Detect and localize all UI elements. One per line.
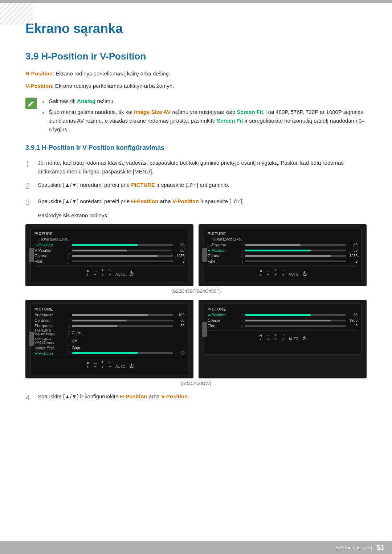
subsection-title: 3.9.1 H-Position ir V-Position konfigūra… — [25, 144, 367, 152]
note-icon — [25, 98, 37, 109]
note-item-2: ● Šiuo meniu galima naudotis, tik kai Im… — [42, 108, 367, 134]
coarse-row-1: Coarse : 1936 — [34, 254, 184, 258]
vpos-desc: V-Position: Ekrano rodinys perkeliamas a… — [25, 82, 367, 90]
hpos-label: H-Position — [25, 70, 53, 77]
monitor-top-left: PICTURE HDMI Black Level H-Position : 50… — [25, 224, 193, 286]
monitor-top-right: PICTURE HDMI Black Level H-Position : 50… — [199, 224, 367, 286]
monitor-screen-bottom-right: PICTURE V-Position : 50 Coarse : 1936 — [204, 304, 362, 355]
step-text-3: Spauskite [▲/▼] norėdami pereiti prie H-… — [38, 196, 367, 206]
ctrl-plus-1: ＋▼ — [101, 267, 105, 276]
ctrl-minus-1: —▼ — [93, 268, 97, 276]
side-panel-right-1 — [202, 248, 207, 262]
diagonal-pattern — [0, 3, 33, 25]
step-num-4: 4 — [25, 391, 33, 404]
bottom-screenshots-row: PICTURE Brightness : 100 Contrast : 75 — [25, 300, 367, 378]
magic-bright-row: SAMSUNGMAGIC Bright : Custom — [34, 329, 184, 336]
ctrl-plus-2: ＋▼ — [274, 267, 278, 276]
ctrl-enter-2: ☞▼ — [281, 268, 285, 276]
note-box: ● Galimas tik Analog režimu. ● Šiuo meni… — [25, 97, 367, 136]
step-text-2: Spauskite [▲/▼] norėdami pereiti prie PI… — [38, 180, 367, 189]
step-num-1: 1 — [25, 157, 33, 170]
monitor-screen-top-right: PICTURE HDMI Black Level H-Position : 50… — [204, 229, 362, 281]
footer-bar: 3 Ekrano sąranka 51 — [0, 541, 392, 554]
section-title: 3.9 H-Position ir V-Position — [25, 51, 367, 62]
side-panel-left-2 — [29, 332, 34, 346]
footer-page-num: 51 — [377, 543, 385, 552]
hpos-row-2: H-Position : 50 — [208, 243, 358, 247]
monitor-title-top-right: PICTURE — [208, 232, 358, 236]
step-2: 2 Spauskite [▲/▼] norėdami pereiti prie … — [25, 180, 367, 192]
step-3: 3 Spauskite [▲/▼] norėdami pereiti prie … — [25, 196, 367, 209]
section-heading: H-Position ir V-Position — [41, 51, 146, 62]
pasirodys-text: Pasirodys šis ekrano rodinys: — [38, 212, 367, 218]
monitor-screen-top-left: PICTURE HDMI Black Level H-Position : 50… — [30, 229, 188, 281]
pencil-icon — [27, 99, 35, 107]
bullet-2: ● — [42, 110, 46, 116]
fine-row-1: Fine : 0 — [34, 259, 184, 263]
note2-text: Šiuo meniu galima naudotis, tik kai Imag… — [49, 108, 367, 134]
image-size-row: Image Size : Wide — [34, 346, 184, 350]
monitor-title-bottom-right: PICTURE — [208, 307, 358, 311]
step-1: 1 Jei norite, kad būtų rodomas klavišų v… — [25, 157, 367, 176]
ctrl-enter-4: ☞▼ — [281, 333, 285, 341]
contrast-row: Contrast : 75 — [34, 318, 184, 323]
side-panel-left-1 — [29, 248, 34, 262]
note-content: ● Galimas tik Analog režimu. ● Šiuo meni… — [42, 97, 367, 136]
step-num-2: 2 — [25, 180, 33, 192]
ctrl-power-2: ⏻ — [302, 271, 307, 276]
monitor-title-top-left: PICTURE — [34, 232, 184, 236]
bottom-controls-1: ◄▼ —▼ ＋▼ ☞▼ AUTO ⏻ — [34, 266, 184, 278]
ctrl-plus-3: ＋▼ — [101, 360, 105, 369]
monitor-title-bottom-left: PICTURE — [34, 307, 184, 311]
ctrl-minus-4: —▼ — [266, 333, 270, 341]
vpos-text: : Ekrano rodinys perkeliamas aukštyn arb… — [52, 83, 174, 89]
hdmi-label-1: HDMI Black Level — [40, 237, 184, 241]
bullet-1: ● — [42, 99, 46, 105]
step-text-4: Spauskite [▲/▼] ir konfigūruokite H-Posi… — [38, 391, 367, 401]
brightness-row: Brightness : 100 — [34, 313, 184, 317]
monitor-bottom-left: PICTURE Brightness : 100 Contrast : 75 — [25, 300, 193, 378]
ctrl-auto-2: AUTO — [289, 272, 299, 276]
ctrl-auto-4: AUTO — [289, 337, 299, 341]
page-title: Ekrano sąranka — [25, 17, 367, 36]
step-4: 4 Spauskite [▲/▼] ir konfigūruokite H-Po… — [25, 391, 367, 404]
hdmi-label-2: HDMI Black Level — [213, 237, 358, 241]
note1-text: Galimas tik Analog režimu. — [49, 97, 115, 106]
caption-top: (S22C450F/S24C450F) — [25, 288, 367, 294]
monitor-screen-bottom-left: PICTURE Brightness : 100 Contrast : 75 — [30, 304, 188, 373]
coarse-row-2: Coarse : 1936 — [208, 254, 358, 258]
steps-list: 1 Jei norite, kad būtų rodomas klavišų v… — [25, 157, 367, 209]
ctrl-auto-1: AUTO — [115, 272, 126, 276]
ctrl-enter-3: ☞▼ — [108, 360, 112, 369]
hpos-text: : Ekrano rodinys perkeliamas į kairę arb… — [53, 70, 170, 77]
footer-section-text: 3 Ekrano sąranka — [335, 545, 372, 550]
note-item-1: ● Galimas tik Analog režimu. — [42, 97, 367, 106]
fine-row-2: Fine : 0 — [208, 259, 358, 263]
step-num-3: 3 — [25, 196, 33, 209]
coarse-row-bottom: Coarse : 1936 — [208, 318, 358, 323]
ctrl-minus-2: —▼ — [266, 268, 270, 276]
sharpness-row: Sharpness : 60 — [34, 324, 184, 328]
ctrl-back-2: ◄▼ — [258, 268, 262, 276]
vpos-row-2: V-Position : 50 — [208, 248, 358, 253]
vpos-row-bottom-right: V-Position : 50 — [208, 313, 358, 317]
section-number: 3.9 — [25, 51, 38, 62]
ctrl-back-1: ◄▼ — [85, 268, 89, 276]
vpos-row-1: V-Position : 50 — [34, 248, 184, 253]
ctrl-plus-4: ＋▼ — [274, 332, 278, 341]
caption-bottom: (S22C450DW) — [25, 381, 367, 386]
bottom-controls-4: ◄▼ —▼ ＋▼ ☞▼ AUTO ⏻ — [208, 330, 358, 342]
ctrl-minus-3: —▼ — [93, 361, 97, 369]
ctrl-power-1: ⏻ — [129, 271, 134, 276]
bottom-controls-3: ◄▼ —▼ ＋▼ ☞▼ AUTO ⏻ — [34, 358, 184, 370]
hpos-desc: H-Position: Ekrano rodinys perkeliamas į… — [25, 69, 367, 78]
ctrl-back-4: ◄▼ — [258, 333, 262, 341]
ctrl-auto-3: AUTO — [115, 365, 126, 369]
ctrl-power-3: ⏻ — [129, 364, 134, 369]
fine-row-bottom: Fine : 0 — [208, 324, 358, 328]
bottom-controls-2: ◄▼ —▼ ＋▼ ☞▼ AUTO ⏻ — [208, 266, 358, 278]
top-stripe — [0, 0, 392, 3]
vpos-label: V-Position — [25, 83, 52, 89]
ctrl-power-4: ⏻ — [302, 336, 307, 341]
side-panel-right-2 — [202, 322, 207, 337]
